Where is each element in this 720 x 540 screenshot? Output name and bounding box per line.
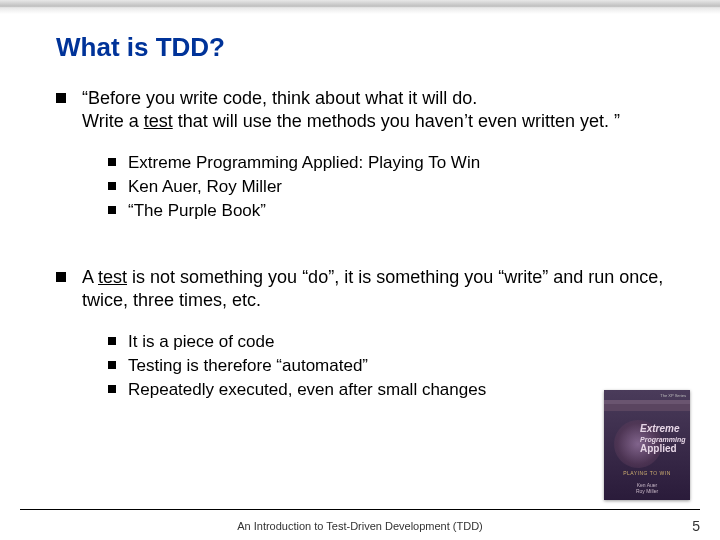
sub-bullet-text: It is a piece of code: [128, 331, 274, 353]
text-segment: A: [82, 267, 98, 287]
book-series-label: The XP Series: [660, 393, 686, 398]
book-band-decoration: [604, 404, 690, 411]
footer-text: An Introduction to Test-Driven Developme…: [237, 520, 483, 532]
sub-bullet-text: Repeatedly executed, even after small ch…: [128, 379, 486, 401]
bullet-text: A test is not something you “do”, it is …: [82, 266, 680, 313]
sub-bullet-item: Testing is therefore “automated”: [108, 355, 680, 377]
book-cover-image: The XP Series Extreme Programming Applie…: [604, 390, 690, 500]
text-segment: that will use the methods you haven’t ev…: [173, 111, 620, 131]
slide: What is TDD? “Before you write code, thi…: [0, 0, 720, 540]
underlined-text: test: [98, 267, 127, 287]
sub-bullet-text: Testing is therefore “automated”: [128, 355, 368, 377]
square-bullet-icon: [108, 337, 116, 345]
sub-bullet-text: “The Purple Book”: [128, 200, 266, 222]
text-segment: Extreme: [640, 423, 679, 434]
square-bullet-icon: [108, 182, 116, 190]
text-segment: Programming: [640, 436, 686, 443]
text-segment: “Before you write code, think about what…: [82, 88, 477, 108]
underlined-text: test: [144, 111, 173, 131]
square-bullet-icon: [56, 272, 66, 282]
slide-title: What is TDD?: [56, 32, 720, 63]
sub-bullet-list: Extreme Programming Applied: Playing To …: [108, 152, 680, 222]
slide-content: “Before you write code, think about what…: [56, 87, 680, 401]
book-subtitle: PLAYING TO WIN: [604, 470, 690, 476]
square-bullet-icon: [108, 361, 116, 369]
square-bullet-icon: [108, 158, 116, 166]
bullet-item-2: A test is not something you “do”, it is …: [56, 266, 680, 401]
top-gradient-bar: [0, 0, 720, 14]
sub-bullet-item: Extreme Programming Applied: Playing To …: [108, 152, 680, 174]
spacer: [56, 244, 680, 266]
text-segment: Applied: [640, 443, 677, 454]
sub-bullet-item: Ken Auer, Roy Miller: [108, 176, 680, 198]
sub-bullet-item: It is a piece of code: [108, 331, 680, 353]
sub-bullet-text: Extreme Programming Applied: Playing To …: [128, 152, 480, 174]
square-bullet-icon: [56, 93, 66, 103]
book-title-text: Extreme Programming Applied: [640, 424, 686, 454]
footer-divider: [20, 509, 700, 510]
text-segment: is not something you “do”, it is somethi…: [82, 267, 663, 310]
book-authors: Ken Auer Roy Miller: [604, 482, 690, 494]
square-bullet-icon: [108, 385, 116, 393]
text-segment: Write a: [82, 111, 144, 131]
page-number: 5: [692, 518, 700, 534]
sub-bullet-list: It is a piece of code Testing is therefo…: [108, 331, 680, 401]
slide-footer: An Introduction to Test-Driven Developme…: [0, 509, 720, 534]
bullet-item-1: “Before you write code, think about what…: [56, 87, 680, 222]
sub-bullet-item: “The Purple Book”: [108, 200, 680, 222]
bullet-text: “Before you write code, think about what…: [82, 87, 620, 134]
square-bullet-icon: [108, 206, 116, 214]
sub-bullet-text: Ken Auer, Roy Miller: [128, 176, 282, 198]
sub-bullet-item: Repeatedly executed, even after small ch…: [108, 379, 680, 401]
